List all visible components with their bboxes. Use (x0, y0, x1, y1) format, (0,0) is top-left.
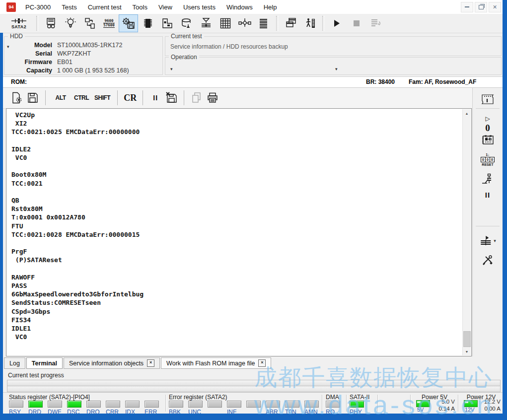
drive-report-button[interactable] (41, 14, 61, 32)
tab-service-information-objects[interactable]: Service information objects× (64, 357, 160, 369)
start-drive-button[interactable]: ▾ (479, 234, 496, 247)
stop-test-button[interactable] (347, 14, 366, 32)
hdd-row-label: Capacity (4, 67, 52, 74)
baud-rate-button[interactable]: 960057600 (99, 14, 119, 32)
start-options-dropdown[interactable]: ▾ (494, 239, 496, 243)
reset-button[interactable]: 1↓ 000 RESET (481, 153, 495, 166)
start-test-button[interactable] (327, 14, 347, 32)
hdd-row-label: Model (4, 42, 52, 49)
filter-platters-icon (200, 17, 213, 30)
power-switch-button[interactable] (481, 173, 495, 187)
sata-port-icon (10, 17, 27, 24)
dma-group: DMARQ (324, 393, 346, 414)
shift-key-button[interactable]: SHIFT (92, 90, 113, 105)
stop-save-button[interactable] (163, 90, 179, 105)
bsy-led (9, 401, 23, 408)
power-5v-group: Power 5V 5V 5.0 V 0.14 A (412, 393, 457, 414)
terminal-sidebar: ▷0◁ 1↓ 000 RESET II ▾ (472, 87, 503, 356)
pause-output-button[interactable]: II (147, 90, 163, 105)
save-log-button[interactable] (25, 90, 41, 105)
rq-led (326, 401, 340, 408)
utility-settings-button[interactable] (119, 14, 138, 32)
chip-card-button[interactable] (481, 134, 495, 146)
tab-terminal[interactable]: Terminal (26, 357, 63, 369)
ctrl-key-button[interactable]: CTRL (71, 90, 92, 105)
idx-led (125, 401, 140, 408)
register-group-title: SATA-II (350, 394, 369, 401)
minimize-icon (465, 6, 469, 7)
adapter-card-button[interactable] (157, 14, 177, 32)
new-session-button[interactable] (9, 90, 25, 105)
operation-dropdown-2[interactable]: ▾ (335, 67, 338, 71)
progress-label: Current test progress (8, 372, 64, 379)
cascade-windows-icon (285, 17, 297, 30)
drq-led (86, 401, 101, 408)
restore-button[interactable] (475, 2, 487, 12)
data-filter-button[interactable] (196, 14, 216, 32)
rom-info-button[interactable] (481, 93, 495, 105)
copy-button[interactable] (189, 90, 205, 105)
power-12v-led-label: 12V (465, 407, 475, 413)
save-icon (26, 91, 39, 104)
hint-button[interactable] (61, 14, 80, 32)
tab-close-button[interactable]: × (147, 359, 154, 367)
tab-close-button[interactable]: × (258, 359, 266, 367)
chip-button[interactable] (138, 14, 157, 32)
titlebar: 94 PC-3000TestsCurrent testToolsViewUser… (0, 0, 503, 14)
menu-item-view[interactable]: View (153, 1, 178, 13)
hdd-row-value: WKP7ZKHT (57, 50, 91, 57)
reserved-led (208, 401, 222, 408)
tri-right-icon: ▷ (485, 115, 490, 122)
menu-item-users-tests[interactable]: Users tests (178, 1, 221, 13)
sata2-port-button[interactable]: SATA2 (4, 14, 34, 32)
scrollbar-thumb[interactable] (463, 331, 471, 347)
terminal-screen[interactable]: VC2Up XI2 TCC:0021:0025 EMCDataErr:00000… (6, 108, 472, 356)
status-register-group: Status register (SATA2)-[PIO4]BSYDRDDWFD… (7, 393, 164, 414)
tab-work-with-flash-rom-image-file[interactable]: Work with Flash ROM image file× (161, 357, 271, 369)
reset-label: RESET (482, 163, 493, 166)
exit-button[interactable] (300, 14, 320, 32)
script-list-button[interactable] (254, 14, 274, 32)
tools-button[interactable] (482, 254, 494, 266)
printer-icon (206, 91, 219, 104)
menu-item-help[interactable]: Help (258, 1, 283, 13)
scroll-up-button[interactable]: ▲ (463, 109, 471, 117)
menu-item-pc-3000[interactable]: PC-3000 (20, 1, 56, 13)
gear-disk-icon (122, 17, 136, 30)
test-queue-button[interactable] (366, 14, 385, 32)
menu-bar: PC-3000TestsCurrent testToolsViewUsers t… (20, 1, 282, 13)
menu-item-current-test[interactable]: Current test (82, 1, 127, 13)
sector-grid-button[interactable] (216, 14, 235, 32)
database-button[interactable] (177, 14, 196, 32)
close-button[interactable]: × (489, 2, 501, 12)
sata-group: SATA-IIPHY (348, 393, 376, 414)
alt-key-button[interactable]: ALT (50, 90, 71, 105)
chip-card-icon (481, 134, 495, 146)
pause-sidebar-button[interactable]: II (485, 191, 490, 199)
operation-dropdown-1[interactable]: ▾ (170, 67, 173, 71)
database-icon (180, 17, 193, 30)
tab-log[interactable]: Log (4, 357, 25, 369)
hdd-row: ModelST1000LM035-1RK172 (4, 41, 160, 49)
window-frame-bottom (0, 414, 507, 420)
phy-led (350, 401, 364, 408)
power-5v-volts: 5.0 V (441, 399, 455, 405)
port-switch-button[interactable] (80, 14, 99, 32)
copy-icon (190, 91, 203, 104)
rom-info-icon (481, 93, 495, 105)
terminal-scrollbar[interactable]: ▲ ▼ (462, 109, 471, 355)
window-frame-left (0, 33, 3, 420)
cr-button[interactable]: CR (122, 90, 138, 105)
logic-scheme-button[interactable] (235, 14, 254, 32)
menu-item-tests[interactable]: Tests (56, 1, 82, 13)
windows-cascade-button[interactable] (281, 14, 300, 32)
grid-icon (219, 17, 232, 30)
scroll-down-button[interactable]: ▼ (463, 348, 471, 355)
minimize-button[interactable] (461, 2, 473, 12)
menu-item-tools[interactable]: Tools (127, 1, 153, 13)
sata2-label: SATA2 (11, 24, 26, 29)
abr-led (266, 401, 280, 408)
print-button[interactable] (205, 90, 220, 105)
menu-item-windows[interactable]: Windows (221, 1, 258, 13)
drive-family-value: Fam: AF, Rosewood_AF (409, 78, 476, 85)
